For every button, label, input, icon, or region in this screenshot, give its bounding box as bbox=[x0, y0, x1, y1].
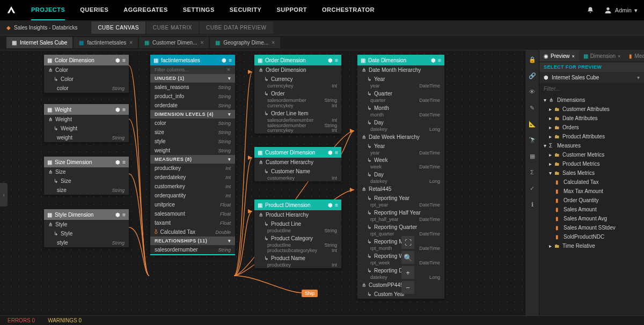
cube-icon[interactable]: ⬢ bbox=[115, 57, 120, 63]
card-color-dimension[interactable]: ▦Color Dimension⬢≡ ⋔Color ↳Color colorSt… bbox=[44, 55, 129, 93]
menu-icon[interactable]: ≡ bbox=[438, 57, 441, 63]
card-weight[interactable]: ▦Weight⬢≡ ⋔Weight ↳Weight weightString bbox=[44, 104, 129, 142]
menu-icon[interactable]: ≡ bbox=[122, 159, 126, 165]
card-customer-dimension[interactable]: ▦Customer Dimension⬢≡ ⋔Customer Hierarch… bbox=[254, 147, 341, 181]
card-factinternetsales[interactable]: ▦factinternetsales⬢≡ Filter columns...✕ … bbox=[150, 55, 235, 255]
fact-row[interactable]: productkeyInt bbox=[150, 164, 235, 173]
close-icon[interactable]: × bbox=[272, 40, 275, 46]
cube-icon[interactable]: ⬢ bbox=[431, 57, 436, 63]
cube-canvas[interactable]: › Ship bbox=[0, 50, 525, 315]
tree-folder[interactable]: ▸🖿Product Metrics bbox=[539, 159, 644, 168]
fact-row[interactable]: salesamountFloat bbox=[150, 209, 235, 218]
tree-folder-open[interactable]: ▾🖿Sales Metrics bbox=[539, 168, 644, 178]
cubetab-factinternetsales[interactable]: ▦factinternetsales× bbox=[74, 37, 138, 48]
tree-measure[interactable]: ▮Sales Amount SStdev bbox=[539, 223, 644, 232]
tree-measure[interactable]: ▮Order Quantity bbox=[539, 196, 644, 205]
card-size-dimension[interactable]: ▦Size Dimension⬢≡ ⋔Size ↳Size sizeString bbox=[44, 157, 129, 195]
nav-orchestrator[interactable]: ORCHESTRATOR bbox=[322, 0, 375, 20]
warnings-count[interactable]: WARNINGS 0 bbox=[48, 317, 82, 323]
fact-row[interactable]: sales_reasonsString bbox=[150, 83, 235, 92]
menu-icon[interactable]: ≡ bbox=[335, 150, 338, 156]
nav-aggregates[interactable]: AGGREGATES bbox=[123, 0, 167, 20]
section-levels[interactable]: DIMENSION LEVELS (4)▾ bbox=[150, 110, 235, 119]
tool-link-icon[interactable]: 🔗 bbox=[528, 71, 537, 80]
menu-icon[interactable]: ≡ bbox=[122, 57, 126, 63]
nav-security[interactable]: SECURITY bbox=[230, 0, 262, 20]
tree-folder[interactable]: ▸🖿Customer Attributes bbox=[539, 105, 644, 114]
fit-button[interactable]: ⛶ bbox=[401, 236, 414, 249]
tree-measure[interactable]: ▮Sales Amount bbox=[539, 205, 644, 214]
tool-lock-icon[interactable]: 🔒 bbox=[528, 55, 537, 64]
nav-queries[interactable]: QUERIES bbox=[80, 0, 108, 20]
tool-info-icon[interactable]: ℹ bbox=[528, 200, 537, 209]
errors-count[interactable]: ERRORS 0 bbox=[8, 317, 35, 323]
fact-row[interactable]: sizeString bbox=[150, 128, 235, 137]
cube-icon[interactable]: ⬢ bbox=[115, 212, 120, 218]
zoom-out-button[interactable]: − bbox=[401, 281, 414, 294]
cubetab-geography-dim[interactable]: ▦Geography Dime...× bbox=[210, 37, 280, 48]
menu-icon[interactable]: ≡ bbox=[335, 202, 338, 208]
zoom-in-button[interactable]: + bbox=[401, 266, 414, 279]
tool-ruler-icon[interactable]: 📐 bbox=[528, 119, 537, 129]
nav-settings[interactable]: SETTINGS bbox=[183, 0, 215, 20]
fact-row[interactable]: salesordernumberString bbox=[150, 245, 235, 254]
user-menu[interactable]: Admin ▾ bbox=[604, 6, 638, 14]
cube-icon[interactable]: ⬢ bbox=[328, 57, 333, 63]
card-order-dimension[interactable]: ▦Order Dimension⬢≡ ⋔Order Dimension ↳Cur… bbox=[254, 55, 341, 134]
tab-cube-matrix[interactable]: CUBE MATRIX bbox=[147, 21, 199, 34]
ship-badge[interactable]: Ship bbox=[302, 290, 318, 297]
tree-measure[interactable]: ▮SoldProductNDC bbox=[539, 232, 644, 241]
fact-row[interactable]: unitpriceFloat bbox=[150, 200, 235, 209]
tool-wand-icon[interactable]: ✎ bbox=[528, 103, 537, 113]
fact-row[interactable]: customerkeyInt bbox=[150, 182, 235, 191]
tool-check-icon[interactable]: ✓ bbox=[528, 183, 537, 193]
tree-folder[interactable]: ▸🖿Product Attributes bbox=[539, 132, 644, 141]
tool-binoculars-icon[interactable]: 🔭 bbox=[528, 135, 537, 145]
section-measures[interactable]: MEASURES (8)▾ bbox=[150, 155, 235, 164]
bell-icon[interactable] bbox=[587, 6, 594, 14]
tree-folder[interactable]: ▸🖿Orders bbox=[539, 123, 644, 132]
tab-cube-canvas[interactable]: CUBE CANVAS bbox=[91, 21, 145, 34]
close-icon[interactable]: × bbox=[129, 40, 133, 46]
menu-icon[interactable]: ≡ bbox=[335, 57, 338, 63]
tree-folder[interactable]: ▸🖿Customer Metrics bbox=[539, 150, 644, 159]
breadcrumb[interactable]: ◆ Sales Insights - Databricks bbox=[6, 25, 77, 31]
filter-placeholder[interactable]: Filter columns... bbox=[155, 67, 189, 72]
cubetab-customer-dim[interactable]: ▦Customer Dimen...× bbox=[139, 37, 209, 48]
nav-support[interactable]: SUPPORT bbox=[276, 0, 307, 20]
tool-sigma-icon[interactable]: Σ bbox=[528, 167, 537, 177]
tree-measure[interactable]: ▮Calculated Tax bbox=[539, 178, 644, 187]
fact-row[interactable]: colorString bbox=[150, 119, 235, 128]
tab-cube-data-preview[interactable]: CUBE DATA PREVIEW bbox=[200, 21, 273, 34]
panel-tab-measures[interactable]: ▮Measures bbox=[625, 50, 644, 62]
close-icon[interactable]: × bbox=[200, 40, 203, 46]
tool-grid-icon[interactable]: ▦ bbox=[528, 151, 537, 161]
search-button[interactable]: 🔍 bbox=[401, 251, 414, 264]
fact-row[interactable]: orderquantityInt bbox=[150, 191, 235, 200]
cubetab-internet-sales[interactable]: ▦Internet Sales Cube bbox=[6, 37, 72, 48]
fact-row[interactable]: taxamtFloat bbox=[150, 218, 235, 227]
fact-row[interactable]: weightString bbox=[150, 146, 235, 155]
tree-measure[interactable]: ▮Max Tax Amount bbox=[539, 187, 644, 196]
menu-icon[interactable]: ≡ bbox=[122, 212, 126, 218]
fact-row[interactable]: styleString bbox=[150, 137, 235, 146]
tree-measure[interactable]: ▮Sales Amount Avg bbox=[539, 214, 644, 223]
section-unused[interactable]: UNUSED (1)▾ bbox=[150, 74, 235, 83]
close-icon[interactable]: × bbox=[618, 54, 620, 59]
tree-measures[interactable]: ▾ΣMeasures bbox=[539, 141, 644, 150]
cube-icon[interactable]: ⬢ bbox=[328, 202, 333, 208]
card-product-dimension[interactable]: ▦Product Dimension⬢≡ ⋔Product Hierarchy … bbox=[254, 200, 341, 268]
tree-folder[interactable]: ▸🖿Date Attributes bbox=[539, 114, 644, 123]
tool-eye-icon[interactable]: 👁 bbox=[528, 87, 537, 97]
tree-filter[interactable]: Filter... bbox=[539, 83, 644, 94]
cube-icon[interactable]: ⬢ bbox=[115, 107, 120, 113]
cube-select[interactable]: ⬢Internet Sales Cube▾ bbox=[539, 72, 644, 83]
cube-icon[interactable]: ⬢ bbox=[328, 150, 333, 156]
fact-row[interactable]: δCalculated TaxDouble bbox=[150, 227, 235, 237]
card-date-dimension[interactable]: ▦Date Dimension⬢≡ ⋔Date Month Hierarchy … bbox=[357, 55, 444, 299]
card-style-dimension[interactable]: ▦Style Dimension⬢≡ ⋔Style ↳Style styleSt… bbox=[44, 209, 129, 247]
clear-icon[interactable]: ✕ bbox=[226, 67, 231, 72]
cube-icon[interactable]: ⬢ bbox=[115, 159, 120, 165]
fact-row[interactable]: product_infoString bbox=[150, 92, 235, 101]
fact-row[interactable]: orderdatekeyInt bbox=[150, 173, 235, 182]
